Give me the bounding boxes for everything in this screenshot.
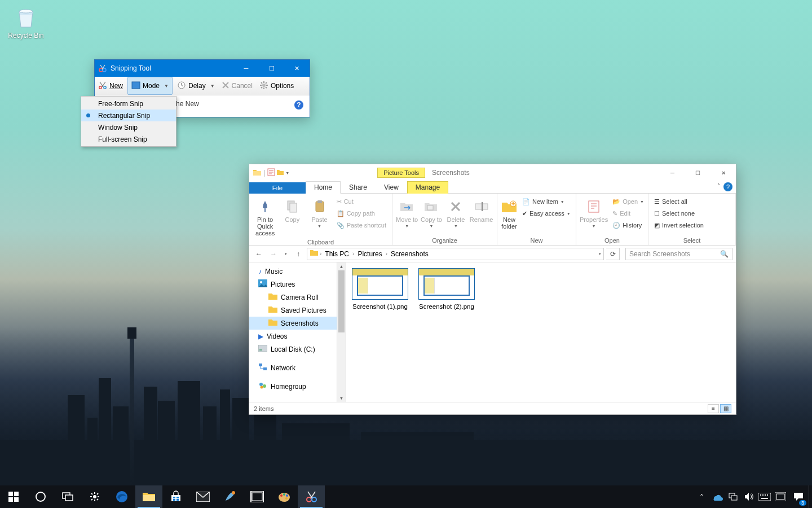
breadcrumb-pictures[interactable]: Pictures <box>355 250 384 258</box>
nav-item-camera-roll[interactable]: Camera Roll <box>249 291 346 304</box>
start-button[interactable] <box>0 485 27 508</box>
quick-access-toolbar[interactable]: │ ▼ <box>249 168 293 178</box>
nav-item-homegroup[interactable]: Homegroup <box>249 380 346 393</box>
help-icon[interactable]: ? <box>723 182 732 191</box>
address-dropdown[interactable]: ▾ <box>599 252 601 256</box>
file-item[interactable]: Screenshot (2).png <box>418 268 475 396</box>
svg-point-28 <box>261 386 263 389</box>
nav-up-button[interactable]: ↑ <box>292 248 304 260</box>
tray-network-icon[interactable] <box>725 485 741 508</box>
tab-file[interactable]: File <box>249 182 306 194</box>
disk-icon <box>258 345 267 353</box>
navigation-pane[interactable]: ♪Music Pictures Camera Roll Saved Pictur… <box>249 262 346 402</box>
tab-share[interactable]: Share <box>341 181 376 194</box>
easy-access-button[interactable]: ✔Easy access ▼ <box>520 208 573 219</box>
contextual-tab-label: Picture Tools <box>377 168 425 178</box>
system-tray[interactable]: ˄ 3 <box>694 485 812 508</box>
nav-back-button[interactable]: ← <box>253 248 265 260</box>
snipping-titlebar[interactable]: Snipping Tool ─ ☐ ✕ <box>95 60 310 77</box>
options-button[interactable]: Options <box>256 77 297 95</box>
view-details-button[interactable]: ≡ <box>708 404 719 413</box>
qat-dropdown[interactable]: ▼ <box>285 171 289 175</box>
tab-home[interactable]: Home <box>306 181 341 194</box>
close-button[interactable]: ✕ <box>284 60 310 77</box>
qat-newfolder-icon[interactable] <box>276 168 284 178</box>
taskbar-paint[interactable] <box>271 485 298 508</box>
open-icon: 📂 <box>612 198 620 205</box>
history-button[interactable]: 🕘History <box>610 220 646 231</box>
nav-scrollbar[interactable]: ▲ ▼ <box>337 262 346 402</box>
taskbar-mail[interactable] <box>189 485 217 508</box>
network-icon <box>258 363 267 373</box>
explorer-titlebar[interactable]: │ ▼ Picture Tools Screenshots ─ ☐ ✕ <box>249 164 736 181</box>
tab-view[interactable]: View <box>376 181 407 194</box>
mode-dropdown-menu[interactable]: Free-form Snip Rectangular Snip Window S… <box>81 96 176 147</box>
nav-recent-dropdown[interactable]: ▾ <box>282 248 290 260</box>
tray-keyboard-icon[interactable] <box>757 485 773 508</box>
svg-rect-45 <box>252 493 262 501</box>
minimize-button[interactable]: ─ <box>233 60 259 77</box>
help-icon[interactable]: ? <box>294 100 304 110</box>
mode-menu-item-fullscreen[interactable]: Full-screen Snip <box>81 133 176 145</box>
select-all-button[interactable]: ☰Select all <box>652 196 706 207</box>
mode-button[interactable]: Mode ▼ <box>127 77 173 95</box>
taskbar-snipping-tool[interactable] <box>298 485 325 508</box>
taskbar-store[interactable] <box>162 485 189 508</box>
nav-item-videos[interactable]: ▶Videos <box>249 330 346 343</box>
nav-item-saved-pictures[interactable]: Saved Pictures <box>249 304 346 317</box>
tab-manage[interactable]: Manage <box>407 181 448 194</box>
nav-item-music[interactable]: ♪Music <box>249 265 346 278</box>
view-icons-button[interactable]: ▦ <box>720 404 731 413</box>
status-item-count: 2 items <box>254 405 273 412</box>
search-box[interactable]: Search Screenshots 🔍 <box>625 248 732 260</box>
file-explorer-window[interactable]: │ ▼ Picture Tools Screenshots ─ ☐ ✕ File… <box>249 164 736 415</box>
scroll-thumb[interactable] <box>338 270 345 332</box>
refresh-button[interactable]: ⟳ <box>606 248 620 260</box>
tray-volume-icon[interactable] <box>741 485 757 508</box>
svg-point-0 <box>19 10 33 13</box>
delay-button[interactable]: Delay ▼ <box>174 77 218 95</box>
ribbon-collapse-icon[interactable]: ˄ <box>717 183 720 189</box>
tray-overflow-icon[interactable]: ˄ <box>694 485 709 508</box>
taskbar-edge[interactable] <box>108 485 135 508</box>
cortana-button[interactable] <box>27 485 54 508</box>
nav-item-pictures[interactable]: Pictures <box>249 278 346 291</box>
new-snip-button[interactable]: New <box>95 77 126 95</box>
show-desktop-button[interactable] <box>809 485 812 508</box>
mode-menu-item-window[interactable]: Window Snip <box>81 121 176 133</box>
pin-quick-access-button[interactable]: Pin to Quick access <box>253 196 277 237</box>
tray-input-indicator[interactable] <box>773 485 788 508</box>
tray-onedrive-icon[interactable] <box>709 485 725 508</box>
nav-item-local-disk[interactable]: Local Disk (C:) <box>249 343 346 356</box>
new-folder-button[interactable]: New folder <box>501 196 518 230</box>
new-item-button[interactable]: 📄New item ▼ <box>520 196 573 207</box>
taskbar[interactable]: ˄ 3 <box>0 485 812 508</box>
taskbar-paint3d[interactable] <box>217 485 244 508</box>
invert-selection-button[interactable]: ◩Invert selection <box>652 220 706 231</box>
select-none-button[interactable]: ☐Select none <box>652 208 706 219</box>
svg-rect-23 <box>259 349 262 351</box>
breadcrumb-this-pc[interactable]: This PC <box>323 250 351 258</box>
qat-properties-icon[interactable] <box>267 168 275 178</box>
desktop-icon-recycle-bin[interactable]: Recycle Bin <box>5 6 47 40</box>
window-document-title: Screenshots <box>432 169 470 177</box>
mode-menu-item-rectangular[interactable]: Rectangular Snip <box>81 110 176 121</box>
scroll-down-button[interactable]: ▼ <box>337 394 346 402</box>
taskbar-movies[interactable] <box>244 485 271 508</box>
nav-item-network[interactable]: Network <box>249 361 346 374</box>
maximize-button[interactable]: ☐ <box>685 164 710 181</box>
close-button[interactable]: ✕ <box>710 164 736 181</box>
action-center-button[interactable]: 3 <box>788 485 809 508</box>
minimize-button[interactable]: ─ <box>660 164 685 181</box>
scroll-up-button[interactable]: ▲ <box>337 262 346 270</box>
file-list[interactable]: Screenshot (1).png Screenshot (2).png <box>346 262 736 402</box>
breadcrumb-screenshots[interactable]: Screenshots <box>389 250 431 258</box>
nav-item-screenshots[interactable]: Screenshots <box>249 317 346 330</box>
task-view-button[interactable] <box>54 485 81 508</box>
taskbar-file-explorer[interactable] <box>135 485 162 508</box>
maximize-button[interactable]: ☐ <box>259 60 284 77</box>
file-item[interactable]: Screenshot (1).png <box>352 268 408 396</box>
taskbar-settings[interactable] <box>81 485 108 508</box>
mode-menu-item-freeform[interactable]: Free-form Snip <box>81 98 176 110</box>
breadcrumb-bar[interactable]: › This PC› Pictures› Screenshots ▾ <box>307 248 604 260</box>
